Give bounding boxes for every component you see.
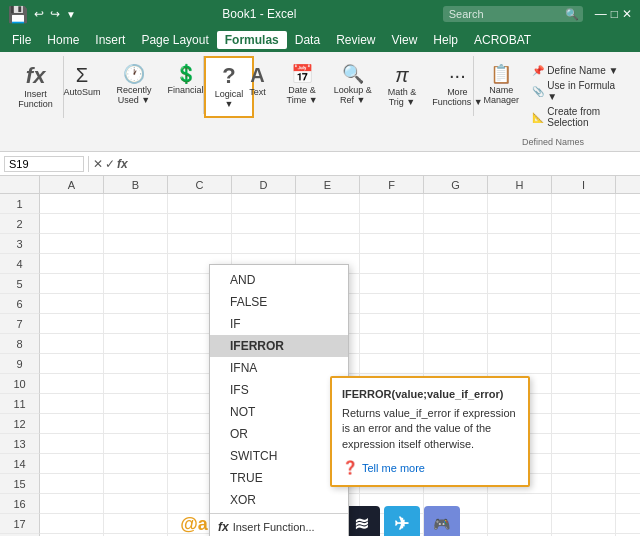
- cell-5-5[interactable]: [360, 274, 424, 294]
- row-header-14[interactable]: 14: [0, 454, 40, 474]
- search-input[interactable]: [443, 6, 583, 22]
- customize-icon[interactable]: ▼: [66, 9, 76, 20]
- col-header-g[interactable]: G: [424, 176, 488, 193]
- col-header-f[interactable]: F: [360, 176, 424, 193]
- cell-14-9[interactable]: [616, 454, 640, 474]
- cell-13-8[interactable]: [552, 434, 616, 454]
- cancel-formula-button[interactable]: ✕: [93, 157, 103, 171]
- cell-1-4[interactable]: [296, 194, 360, 214]
- col-header-d[interactable]: D: [232, 176, 296, 193]
- cell-1-5[interactable]: [360, 194, 424, 214]
- close-button[interactable]: ✕: [622, 7, 632, 21]
- menu-review[interactable]: Review: [328, 31, 383, 49]
- cell-9-5[interactable]: [360, 354, 424, 374]
- row-header-7[interactable]: 7: [0, 314, 40, 334]
- cell-8-1[interactable]: [104, 334, 168, 354]
- dropdown-item-and[interactable]: AND: [210, 269, 348, 291]
- row-header-15[interactable]: 15: [0, 474, 40, 494]
- cell-8-8[interactable]: [552, 334, 616, 354]
- cell-3-0[interactable]: [40, 234, 104, 254]
- cell-10-1[interactable]: [104, 374, 168, 394]
- dropdown-item-if[interactable]: IF: [210, 313, 348, 335]
- lookup-button[interactable]: 🔍 Lookup &Ref ▼: [327, 60, 379, 112]
- cell-12-1[interactable]: [104, 414, 168, 434]
- row-header-13[interactable]: 13: [0, 434, 40, 454]
- dropdown-item-xor[interactable]: XOR: [210, 489, 348, 511]
- cell-7-5[interactable]: [360, 314, 424, 334]
- cell-6-7[interactable]: [488, 294, 552, 314]
- cell-6-0[interactable]: [40, 294, 104, 314]
- cell-7-9[interactable]: [616, 314, 640, 334]
- define-name-button[interactable]: 📌 Define Name ▼: [530, 64, 622, 77]
- math-button[interactable]: π Math &Trig ▼: [381, 60, 424, 112]
- row-header-11[interactable]: 11: [0, 394, 40, 414]
- cell-2-4[interactable]: [296, 214, 360, 234]
- cell-8-7[interactable]: [488, 334, 552, 354]
- cell-8-9[interactable]: [616, 334, 640, 354]
- cell-14-0[interactable]: [40, 454, 104, 474]
- undo-icon[interactable]: ↩: [34, 7, 44, 21]
- cell-2-3[interactable]: [232, 214, 296, 234]
- dropdown-item-true[interactable]: TRUE: [210, 467, 348, 489]
- cell-3-4[interactable]: [296, 234, 360, 254]
- cell-14-1[interactable]: [104, 454, 168, 474]
- datetime-button[interactable]: 📅 Date &Time ▼: [280, 60, 325, 112]
- cell-3-9[interactable]: [616, 234, 640, 254]
- cell-11-8[interactable]: [552, 394, 616, 414]
- cell-1-2[interactable]: [168, 194, 232, 214]
- insert-function-button[interactable]: fx InsertFunction: [9, 60, 62, 114]
- dropdown-item-iferror[interactable]: IFERROR: [210, 335, 348, 357]
- cell-13-1[interactable]: [104, 434, 168, 454]
- cell-5-8[interactable]: [552, 274, 616, 294]
- cell-14-8[interactable]: [552, 454, 616, 474]
- autosum-button[interactable]: Σ AutoSum: [57, 60, 108, 110]
- cell-7-8[interactable]: [552, 314, 616, 334]
- cell-7-0[interactable]: [40, 314, 104, 334]
- cell-10-9[interactable]: [616, 374, 640, 394]
- cell-3-1[interactable]: [104, 234, 168, 254]
- cell-12-8[interactable]: [552, 414, 616, 434]
- insert-function-bar-button[interactable]: fx: [117, 157, 128, 171]
- cell-1-6[interactable]: [424, 194, 488, 214]
- cell-4-8[interactable]: [552, 254, 616, 274]
- dropdown-item-or[interactable]: OR: [210, 423, 348, 445]
- menu-acrobat[interactable]: ACROBAT: [466, 31, 539, 49]
- cell-7-6[interactable]: [424, 314, 488, 334]
- cell-7-1[interactable]: [104, 314, 168, 334]
- col-header-i[interactable]: I: [552, 176, 616, 193]
- row-header-5[interactable]: 5: [0, 274, 40, 294]
- cell-15-9[interactable]: [616, 474, 640, 494]
- cell-15-8[interactable]: [552, 474, 616, 494]
- cell-2-6[interactable]: [424, 214, 488, 234]
- cell-2-7[interactable]: [488, 214, 552, 234]
- cell-3-5[interactable]: [360, 234, 424, 254]
- cell-8-0[interactable]: [40, 334, 104, 354]
- menu-file[interactable]: File: [4, 31, 39, 49]
- redo-icon[interactable]: ↪: [50, 7, 60, 21]
- cell-3-2[interactable]: [168, 234, 232, 254]
- dropdown-item-false[interactable]: FALSE: [210, 291, 348, 313]
- col-header-h[interactable]: H: [488, 176, 552, 193]
- cell-9-1[interactable]: [104, 354, 168, 374]
- cell-11-9[interactable]: [616, 394, 640, 414]
- cell-5-9[interactable]: [616, 274, 640, 294]
- cell-6-5[interactable]: [360, 294, 424, 314]
- menu-data[interactable]: Data: [287, 31, 328, 49]
- cell-8-5[interactable]: [360, 334, 424, 354]
- menu-view[interactable]: View: [384, 31, 426, 49]
- cell-11-1[interactable]: [104, 394, 168, 414]
- row-header-12[interactable]: 12: [0, 414, 40, 434]
- cell-9-0[interactable]: [40, 354, 104, 374]
- cell-4-7[interactable]: [488, 254, 552, 274]
- cell-9-7[interactable]: [488, 354, 552, 374]
- cell-13-9[interactable]: [616, 434, 640, 454]
- cell-12-0[interactable]: [40, 414, 104, 434]
- dropdown-item-ifna[interactable]: IFNA: [210, 357, 348, 379]
- cell-3-3[interactable]: [232, 234, 296, 254]
- cell-3-6[interactable]: [424, 234, 488, 254]
- cell-4-9[interactable]: [616, 254, 640, 274]
- dropdown-insert-function[interactable]: fx Insert Function...: [210, 516, 348, 536]
- maximize-button[interactable]: □: [611, 7, 618, 21]
- cell-15-0[interactable]: [40, 474, 104, 494]
- row-header-1[interactable]: 1: [0, 194, 40, 214]
